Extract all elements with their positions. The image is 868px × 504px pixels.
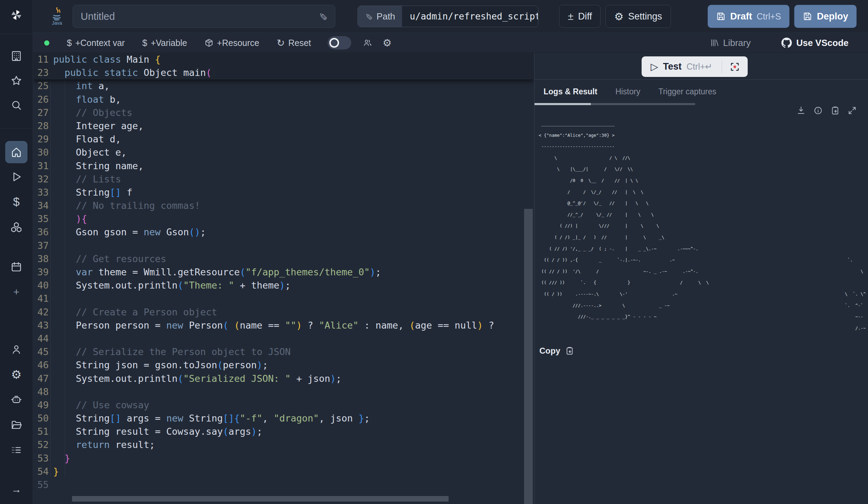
windmill-logo-icon[interactable] <box>9 7 24 23</box>
code-line[interactable]: 30 Object e, <box>33 146 534 159</box>
copy-json-clipboard-icon[interactable] <box>830 106 840 115</box>
runs-play-icon[interactable] <box>9 169 24 184</box>
code-line[interactable]: 39 var theme = Wmill.getResource("f/app_… <box>33 266 534 279</box>
code-line[interactable]: 32 // Lists <box>33 173 534 186</box>
code-line[interactable]: 44 <box>33 332 534 345</box>
line-number: 38 <box>33 252 49 266</box>
line-number: 47 <box>33 372 49 385</box>
resources-cubes-icon[interactable] <box>9 220 24 235</box>
code-line[interactable]: 35 ){ <box>33 212 534 226</box>
expand-icon[interactable] <box>847 106 857 115</box>
folders-icon[interactable] <box>9 417 24 433</box>
home-nav-item[interactable] <box>5 141 27 163</box>
download-icon[interactable] <box>796 106 806 115</box>
copy-result-button[interactable]: Copy <box>539 346 574 356</box>
info-icon[interactable] <box>813 106 823 115</box>
test-button-group[interactable]: ▷ Test Ctrl+↵ <box>642 56 748 77</box>
settings-button-label: Settings <box>628 11 662 22</box>
code-line[interactable]: 48 <box>33 385 534 399</box>
code-line[interactable]: 37 <box>33 239 534 252</box>
line-number: 45 <box>33 345 49 359</box>
line-number: 23 <box>33 66 49 79</box>
code-line[interactable]: 51 String result = Cowsay.say(args); <box>33 425 534 438</box>
gear-icon: ⚙ <box>383 37 392 49</box>
tab-logs-result[interactable]: Logs & Result <box>535 80 606 103</box>
code-line[interactable]: 31 String name, <box>33 159 534 173</box>
draft-button[interactable]: Draft Ctrl+S <box>708 5 789 28</box>
mode-toggle[interactable] <box>328 36 351 49</box>
user-icon[interactable] <box>9 342 24 357</box>
code-lines[interactable]: 25 int a,26 float b,27 // Objects28 Inte… <box>33 79 534 491</box>
tab-history[interactable]: History <box>606 80 650 103</box>
code-line[interactable]: 41 <box>33 292 534 305</box>
code-line[interactable]: 29 Float d, <box>33 133 534 146</box>
code-line[interactable]: 52 return result; <box>33 438 534 451</box>
add-resource-button[interactable]: +Resource <box>204 38 259 48</box>
code-line[interactable]: 50 String[] args = new String[]{"-f", "d… <box>33 412 534 425</box>
svg-text:Java: Java <box>52 21 62 26</box>
settings-gear-icon[interactable]: ⚙ <box>9 367 24 382</box>
schedules-calendar-icon[interactable] <box>9 259 24 275</box>
result-panel: ▷ Test Ctrl+↵ Logs & ResultHistoryTrigge… <box>534 53 868 504</box>
code-line[interactable]: 42 // Create a Person object <box>33 306 534 319</box>
audit-logs-list-icon[interactable] <box>9 442 24 458</box>
library-button[interactable]: Library <box>710 38 750 48</box>
variables-dollar-icon[interactable]: $ <box>9 194 24 209</box>
code-line[interactable]: 40 System.out.println("Theme: " + theme)… <box>33 279 534 292</box>
code-line[interactable]: 53 } <box>33 452 534 465</box>
code-line[interactable]: 27 // Objects <box>33 106 534 119</box>
code-line[interactable]: 28 Integer age, <box>33 119 534 133</box>
edit-title-pencil-icon[interactable]: ✎ <box>317 12 329 21</box>
path-label-segment[interactable]: ✎ Path <box>358 6 402 27</box>
vertical-scrollbar[interactable] <box>524 209 533 504</box>
sticky-code-header[interactable]: 11public class Main {23 public static Ob… <box>33 53 534 79</box>
add-plus-icon[interactable]: + <box>9 284 24 300</box>
code-line[interactable]: 11public class Main { <box>33 53 534 66</box>
diff-button[interactable]: ± Diff <box>559 5 601 28</box>
code-line[interactable]: 26 float b, <box>33 93 534 106</box>
code-line[interactable]: 46 String json = gson.toJson(person); <box>33 359 534 372</box>
line-number: 53 <box>33 452 49 465</box>
code-line[interactable]: 47 System.out.println("Serialized JSON: … <box>33 372 534 385</box>
code-line[interactable]: 43 Person person = new Person( (name == … <box>33 319 534 332</box>
favorites-star-icon[interactable] <box>9 73 24 88</box>
code-line[interactable]: 33 String[] f <box>33 186 534 199</box>
search-icon[interactable] <box>9 97 24 113</box>
path-label: Path <box>377 11 395 22</box>
test-button[interactable]: ▷ Test Ctrl+↵ <box>642 61 722 72</box>
code-line[interactable]: 45 // Serialize the Person object to JSO… <box>33 345 534 359</box>
path-widget[interactable]: ✎ Path u/admin/refreshed_script <box>357 6 538 27</box>
workspace-building-icon[interactable] <box>9 48 24 64</box>
line-number: 26 <box>33 93 49 106</box>
capture-test-button[interactable] <box>722 56 748 77</box>
code-line[interactable]: 36 Gson gson = new Gson(); <box>33 226 534 239</box>
editor-settings-button[interactable]: ⚙ <box>383 37 392 49</box>
code-line[interactable]: 49 // Use cowsay <box>33 399 534 412</box>
settings-button[interactable]: ⚙ Settings <box>605 5 670 28</box>
expand-arrow-icon[interactable]: → <box>9 482 24 497</box>
github-icon <box>781 38 792 48</box>
code-line[interactable]: 38 // Get resources <box>33 252 534 266</box>
code-line[interactable]: 55 <box>33 478 534 491</box>
library-label: Library <box>723 38 750 48</box>
collaborators-button[interactable] <box>363 38 372 47</box>
code-line[interactable]: 34 // No trailing commas! <box>33 199 534 212</box>
save-icon <box>803 11 812 21</box>
line-number: 43 <box>33 319 49 332</box>
code-text: Person person = new Person( (name == "")… <box>53 319 494 332</box>
add-context-var-button[interactable]: $ +Context var <box>67 38 125 48</box>
code-line[interactable]: 25 int a, <box>33 79 534 93</box>
tab-trigger-captures[interactable]: Trigger captures <box>649 80 725 103</box>
horizontal-scrollbar[interactable] <box>72 496 449 502</box>
script-title-input[interactable]: Untitled ✎ <box>73 5 335 28</box>
workers-robot-icon[interactable] <box>9 392 24 407</box>
draft-button-label: Draft <box>730 11 752 22</box>
line-number: 11 <box>33 53 49 66</box>
use-vscode-button[interactable]: Use VScode <box>781 38 849 48</box>
deploy-button[interactable]: Deploy <box>794 5 857 28</box>
code-editor[interactable]: 25 int a,26 float b,27 // Objects28 Inte… <box>33 53 534 504</box>
code-line[interactable]: 23 public static Object main( <box>33 66 534 79</box>
reset-button[interactable]: ↻ Reset <box>276 37 311 49</box>
code-line[interactable]: 54} <box>33 465 534 478</box>
add-variable-button[interactable]: $ +Variable <box>142 38 187 48</box>
